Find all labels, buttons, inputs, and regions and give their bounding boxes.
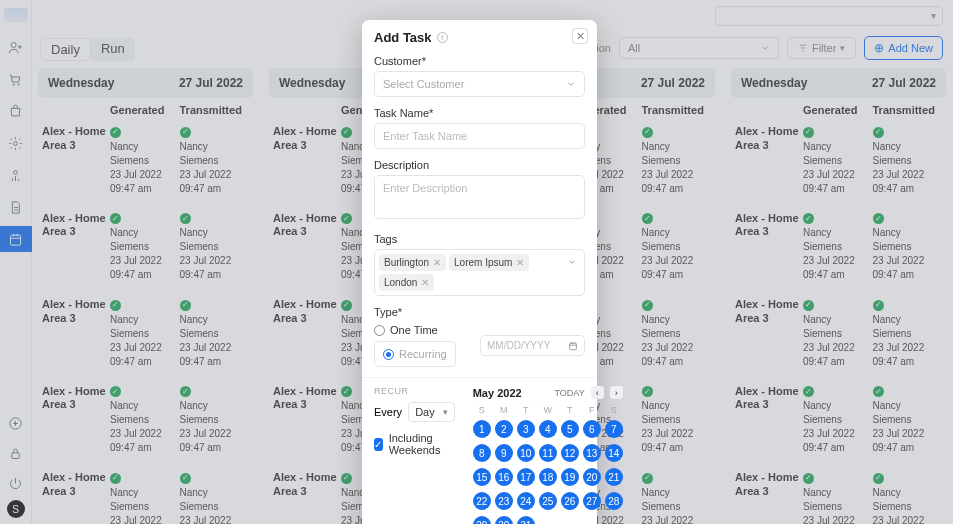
add-task-modal: Add Taski ✕ Customer* Select Customer Ta… xyxy=(362,20,597,524)
tags-label: Tags xyxy=(374,233,585,245)
tag-remove-icon[interactable]: ✕ xyxy=(516,257,524,268)
calendar-day[interactable]: 25 xyxy=(539,492,557,510)
recur-unit-select[interactable]: Day▾ xyxy=(408,402,455,422)
calendar-next[interactable]: › xyxy=(610,386,623,399)
calendar-icon[interactable] xyxy=(568,341,578,351)
tag-remove-icon[interactable]: ✕ xyxy=(421,277,429,288)
calendar-day[interactable]: 3 xyxy=(517,420,535,438)
description-label: Description xyxy=(374,159,585,171)
calendar-day[interactable]: 21 xyxy=(605,468,623,486)
calendar-prev[interactable]: ‹ xyxy=(591,386,604,399)
calendar: May 2022 TODAY ‹ › SMTWTFS12345678910111… xyxy=(473,386,623,524)
calendar-day[interactable]: 7 xyxy=(605,420,623,438)
description-input[interactable] xyxy=(374,175,585,219)
customer-label: Customer* xyxy=(374,55,585,67)
close-icon[interactable]: ✕ xyxy=(572,28,588,44)
calendar-day[interactable]: 16 xyxy=(495,468,513,486)
calendar-day[interactable]: 20 xyxy=(583,468,601,486)
dow-label: T xyxy=(561,405,579,415)
date-input[interactable]: MM/DD/YYYY xyxy=(480,335,585,356)
every-label: Every xyxy=(374,406,402,418)
calendar-day[interactable]: 27 xyxy=(583,492,601,510)
dow-label: M xyxy=(495,405,513,415)
tag-chip: Lorem Ipsum✕ xyxy=(449,254,529,271)
calendar-day[interactable]: 8 xyxy=(473,444,491,462)
calendar-day[interactable]: 6 xyxy=(583,420,601,438)
calendar-day[interactable]: 29 xyxy=(473,516,491,524)
tag-chip: Burlington✕ xyxy=(379,254,446,271)
weekends-label: Including Weekends xyxy=(389,432,455,456)
calendar-day[interactable]: 18 xyxy=(539,468,557,486)
tag-remove-icon[interactable]: ✕ xyxy=(433,257,441,268)
calendar-day[interactable]: 24 xyxy=(517,492,535,510)
calendar-day[interactable]: 5 xyxy=(561,420,579,438)
dow-label: T xyxy=(517,405,535,415)
dow-label: F xyxy=(583,405,601,415)
calendar-month: May 2022 xyxy=(473,387,522,399)
taskname-label: Task Name* xyxy=(374,107,585,119)
calendar-day[interactable]: 2 xyxy=(495,420,513,438)
calendar-day[interactable]: 22 xyxy=(473,492,491,510)
type-label: Type* xyxy=(374,306,585,318)
calendar-day[interactable]: 17 xyxy=(517,468,535,486)
dow-label: S xyxy=(605,405,623,415)
calendar-day[interactable]: 11 xyxy=(539,444,557,462)
info-icon[interactable]: i xyxy=(437,32,448,43)
calendar-day[interactable]: 30 xyxy=(495,516,513,524)
customer-select[interactable]: Select Customer xyxy=(374,71,585,97)
tags-input[interactable]: Burlington✕Lorem Ipsum✕London✕ xyxy=(374,249,585,296)
calendar-day[interactable]: 14 xyxy=(605,444,623,462)
calendar-day[interactable]: 23 xyxy=(495,492,513,510)
type-onetime-radio[interactable]: One Time xyxy=(374,324,456,336)
calendar-day[interactable]: 9 xyxy=(495,444,513,462)
calendar-day[interactable]: 1 xyxy=(473,420,491,438)
calendar-day[interactable]: 28 xyxy=(605,492,623,510)
weekends-checkbox[interactable] xyxy=(374,438,383,451)
calendar-day[interactable]: 15 xyxy=(473,468,491,486)
taskname-input[interactable] xyxy=(374,123,585,149)
calendar-day[interactable]: 13 xyxy=(583,444,601,462)
calendar-day[interactable]: 31 xyxy=(517,516,535,524)
type-recurring-radio[interactable]: Recurring xyxy=(374,341,456,367)
calendar-today-button[interactable]: TODAY xyxy=(555,388,585,398)
calendar-day[interactable]: 26 xyxy=(561,492,579,510)
dow-label: W xyxy=(539,405,557,415)
svg-rect-8 xyxy=(570,343,577,350)
tag-chip: London✕ xyxy=(379,274,434,291)
chevron-down-icon[interactable] xyxy=(567,257,577,267)
calendar-day[interactable]: 19 xyxy=(561,468,579,486)
calendar-day[interactable]: 12 xyxy=(561,444,579,462)
modal-title: Add Taski xyxy=(374,30,585,45)
calendar-day[interactable]: 4 xyxy=(539,420,557,438)
dow-label: S xyxy=(473,405,491,415)
recur-label: RECUR xyxy=(374,386,455,396)
calendar-day[interactable]: 10 xyxy=(517,444,535,462)
